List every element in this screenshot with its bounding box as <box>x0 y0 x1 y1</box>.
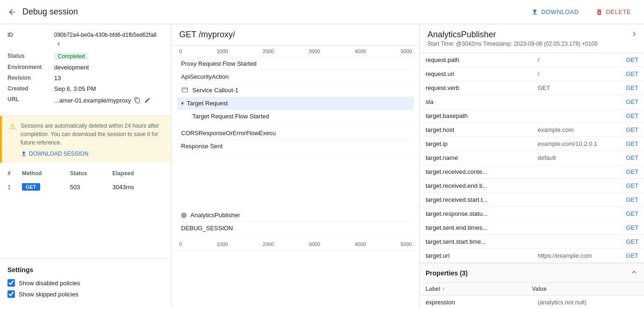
delete-button[interactable]: DELETE <box>590 6 637 19</box>
download-session-link[interactable]: DOWNLOAD SESSION <box>21 151 164 157</box>
flow-item-service-callout[interactable]: Service Callout-1 <box>177 83 414 97</box>
prop-value <box>532 109 620 123</box>
right-panel: AnalyticsPublisher Start Time: @3042ms T… <box>420 24 644 309</box>
right-subtitle: Start Time: @3042ms Timestamp: 2023-09-0… <box>427 41 625 47</box>
properties-section-header[interactable]: Properties (3) <box>420 263 644 283</box>
flow-item-proxy-request-flow[interactable]: Proxy Request Flow Started <box>177 57 414 70</box>
col-elapsed: Elapsed <box>112 168 164 180</box>
settings-checkbox-row: Show disabled policies <box>7 279 164 287</box>
props-table-row[interactable]: target.host example.com GET <box>420 123 644 137</box>
props-table-row[interactable]: target.received.conte... GET <box>420 165 644 179</box>
checkbox-show-skipped[interactable] <box>7 290 15 298</box>
prop-label: expression <box>420 295 532 309</box>
revision-row: Revision 13 <box>7 75 164 82</box>
col-value-header: Value <box>532 286 638 292</box>
prop-value: https://example.com <box>532 249 620 263</box>
checkbox-show-disabled[interactable] <box>7 279 15 287</box>
topbar: Debug session DOWNLOAD DELETE <box>0 0 644 24</box>
prop-method: GET <box>620 81 644 95</box>
prop-method: GET <box>620 137 644 151</box>
url-row: URL ...amer-01.example/myproxy <box>7 96 164 104</box>
col-status: Status <box>70 168 112 180</box>
copy-url-button[interactable] <box>133 96 141 104</box>
prop-method: GET <box>620 123 644 137</box>
created-row: Created Sep 6, 3:05 PM <box>7 85 164 92</box>
prop-method: GET <box>620 53 644 67</box>
warning-text: Sessions are automatically deleted withi… <box>21 122 164 147</box>
prop-name: target.received.start.t... <box>420 193 532 207</box>
revision-label: Revision <box>7 75 54 81</box>
warning-box: ⚠ Sessions are automatically deleted wit… <box>0 116 171 163</box>
prop-val: (analytics not null) <box>532 295 644 309</box>
flow-item-analytics-bottom[interactable]: AnalyticsPublisher <box>177 209 414 222</box>
topbar-right: DOWNLOAD DELETE <box>525 6 637 19</box>
row-method: GET <box>22 180 70 193</box>
status-label: Status <box>7 53 54 59</box>
props-table-row[interactable]: target.url https://example.com GET <box>420 249 644 263</box>
prop-name: request.verb <box>420 81 532 95</box>
row-elapsed: 3043ms <box>112 180 164 193</box>
row-status: 503 <box>70 180 112 193</box>
download-button[interactable]: DOWNLOAD <box>525 6 585 19</box>
prop-name: target.name <box>420 151 532 165</box>
prop-value <box>532 193 620 207</box>
props-table-row[interactable]: target.basepath GET <box>420 109 644 123</box>
prop-value: / <box>532 67 620 81</box>
warning-icon: ⚠ <box>9 122 16 131</box>
flow-items: Proxy Request Flow Started ApiSecurityAc… <box>172 57 420 123</box>
prop-method: GET <box>620 109 644 123</box>
left-panel: ID 090b72a4-be0a-430b-bfd6-d1fb5ed62fa8 … <box>0 24 172 309</box>
props-table-row[interactable]: request.verb GET GET <box>420 81 644 95</box>
flow-item-cors[interactable]: CORSResponseOrErrorFlowExecu <box>177 127 414 140</box>
props-table-row[interactable]: sla GET <box>420 95 644 109</box>
flow-item-debug-session[interactable]: DEBUG_SESSION <box>177 222 414 235</box>
props-table-row[interactable]: request.path / GET <box>420 53 644 67</box>
flow-item-response-sent[interactable]: Response Sent <box>177 140 414 153</box>
created-label: Created <box>7 85 54 92</box>
properties-table: request.path / GET request.uri / GET req… <box>420 53 644 263</box>
prop-value: / <box>532 53 620 67</box>
url-value: ...amer-01.example/myproxy <box>54 97 131 104</box>
topbar-left: Debug session <box>7 7 78 17</box>
settings-checkbox-row: Show skipped policies <box>7 290 164 298</box>
prop-method: GET <box>620 235 644 249</box>
svg-rect-0 <box>182 88 188 92</box>
timeline-axis-top: 0 1000 2000 3000 4000 5000 <box>172 46 420 57</box>
flow-item-target-request[interactable]: ▾ Target Request <box>177 97 414 110</box>
props-table-row[interactable]: target.received.start.t... GET <box>420 193 644 207</box>
prop-method: GET <box>620 249 644 263</box>
props-table-row[interactable]: request.uri / GET <box>420 67 644 81</box>
environment-row: Environment development <box>7 64 164 71</box>
prop-method: GET <box>620 165 644 179</box>
prop-value <box>532 221 620 235</box>
props-data-row[interactable]: expression (analytics not null) <box>420 295 644 309</box>
prop-name: target.received.conte... <box>420 165 532 179</box>
service-callout-icon <box>181 86 189 94</box>
props-table-row[interactable]: target.response.statu... GET <box>420 207 644 221</box>
back-button[interactable] <box>7 7 17 17</box>
flow-body[interactable]: 0 1000 2000 3000 4000 5000 Proxy Request… <box>172 46 420 309</box>
table-row[interactable]: 1 GET 503 3043ms <box>7 180 164 193</box>
props-table-row[interactable]: target.ip example.com/10.2.0.1 GET <box>420 137 644 151</box>
prop-method: GET <box>620 95 644 109</box>
right-expand-button[interactable] <box>630 30 638 40</box>
props-table-row[interactable]: target.received.end.ti... GET <box>420 179 644 193</box>
props-table-row[interactable]: target.sent.start.time... GET <box>420 235 644 249</box>
collapse-properties-icon <box>630 268 638 278</box>
collapse-id-button[interactable] <box>54 39 63 48</box>
right-title: AnalyticsPublisher <box>427 30 625 40</box>
col-num: # <box>7 168 22 180</box>
edit-url-button[interactable] <box>143 96 152 104</box>
settings-title: Settings <box>7 266 164 274</box>
prop-method: GET <box>620 221 644 235</box>
created-value: Sep 6, 3:05 PM <box>54 85 96 92</box>
prop-name: target.sent.start.time... <box>420 235 532 249</box>
page-title: Debug session <box>22 7 78 17</box>
id-row: ID 090b72a4-be0a-430b-bfd6-d1fb5ed62fa8 <box>7 32 164 49</box>
props-table-row[interactable]: target.name default GET <box>420 151 644 165</box>
flow-item-target-request-flow[interactable]: Target Request Flow Started <box>177 110 414 123</box>
flow-item-api-security[interactable]: ApiSecurityAction <box>177 70 414 83</box>
prop-value: GET <box>532 81 620 95</box>
prop-method: GET <box>620 67 644 81</box>
props-table-row[interactable]: target.sent.end.times... GET <box>420 221 644 235</box>
